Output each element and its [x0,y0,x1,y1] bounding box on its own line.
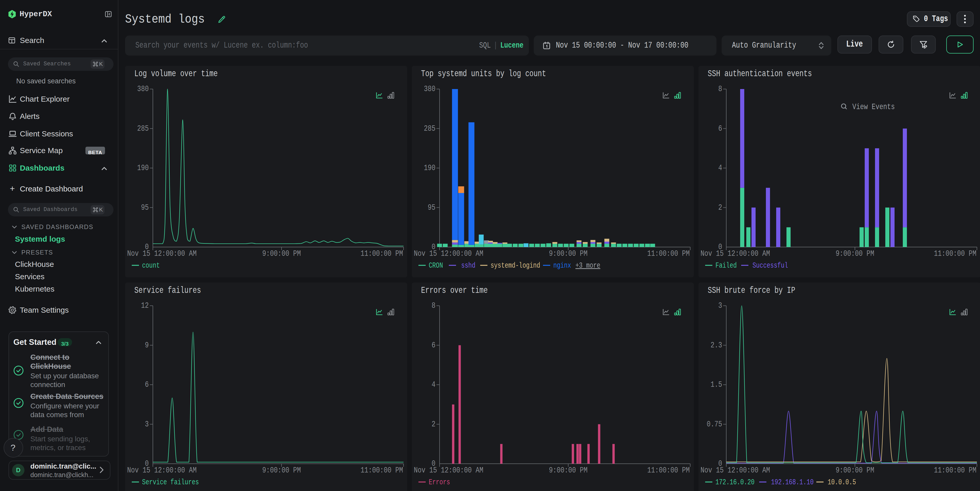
svg-text:11:00:00 PM: 11:00:00 PM [647,466,690,475]
svg-text:4: 4 [431,380,436,389]
svg-text:+3 more: +3 more [576,261,600,270]
svg-text:11:00:00 PM: 11:00:00 PM [361,466,403,475]
svg-text:192.168.1.10: 192.168.1.10 [771,478,814,486]
svg-text:Nov 15 12:00:00 AM: Nov 15 12:00:00 AM [414,249,483,258]
svg-text:285: 285 [424,124,436,133]
svg-text:9:00:00 PM: 9:00:00 PM [262,249,301,258]
svg-text:Errors: Errors [429,478,450,486]
svg-text:10.0.0.5: 10.0.0.5 [828,478,856,486]
svg-text:SSH brute force by IP: SSH brute force by IP [708,285,795,296]
svg-text:1.5: 1.5 [711,380,722,389]
svg-text:11:00:00 PM: 11:00:00 PM [934,466,977,475]
svg-text:9:00:00 PM: 9:00:00 PM [262,466,301,475]
svg-text:190: 190 [424,163,436,173]
svg-text:Log volume over time: Log volume over time [134,69,218,79]
svg-text:SSH authentication events: SSH authentication events [708,69,812,79]
svg-text:4: 4 [718,163,722,173]
svg-text:6: 6 [718,124,722,133]
svg-text:6: 6 [145,380,149,389]
svg-text:9: 9 [145,340,149,350]
svg-text:8: 8 [431,301,436,310]
svg-text:380: 380 [137,84,149,94]
svg-text:190: 190 [137,163,149,173]
svg-text:11:00:00 PM: 11:00:00 PM [361,249,403,258]
svg-text:Nov 15 12:00:00 AM: Nov 15 12:00:00 AM [414,466,483,475]
svg-text:Top systemd units by log count: Top systemd units by log count [421,69,546,79]
svg-text:11:00:00 PM: 11:00:00 PM [647,249,690,258]
svg-text:380: 380 [424,84,436,94]
svg-text:9:00:00 PM: 9:00:00 PM [835,466,874,475]
svg-text:9:00:00 PM: 9:00:00 PM [549,249,587,258]
svg-text:nginx: nginx [553,261,571,270]
svg-text:3: 3 [145,419,149,429]
svg-text:285: 285 [137,124,149,133]
svg-text:0.75: 0.75 [707,419,722,429]
svg-text:Service failures: Service failures [134,285,201,296]
svg-text:2: 2 [431,419,436,429]
svg-text:Successful: Successful [752,261,788,270]
svg-text:12: 12 [141,301,149,310]
svg-text:95: 95 [141,203,149,212]
svg-text:3: 3 [718,301,722,310]
svg-text:CRON: CRON [429,261,443,270]
svg-text:Nov 15 12:00:00 AM: Nov 15 12:00:00 AM [700,249,770,258]
svg-text:View Events: View Events [852,102,895,112]
svg-text:95: 95 [428,203,436,212]
svg-text:9:00:00 PM: 9:00:00 PM [549,466,587,475]
svg-text:Service failures: Service failures [142,478,199,486]
svg-text:Nov 15 12:00:00 AM: Nov 15 12:00:00 AM [127,466,197,475]
svg-text:Errors over time: Errors over time [421,285,488,296]
svg-text:6: 6 [431,340,436,350]
svg-text:Nov 15 12:00:00 AM: Nov 15 12:00:00 AM [127,249,197,258]
svg-text:2: 2 [718,203,722,212]
svg-text:2.3: 2.3 [711,340,722,350]
svg-text:Nov 15 12:00:00 AM: Nov 15 12:00:00 AM [700,466,770,475]
svg-text:172.16.0.20: 172.16.0.20 [716,478,754,486]
svg-text:8: 8 [718,84,722,94]
svg-text:Failed: Failed [716,261,737,270]
svg-text:sshd: sshd [461,261,475,270]
svg-text:systemd-logind: systemd-logind [490,261,540,270]
svg-text:9:00:00 PM: 9:00:00 PM [835,249,874,258]
svg-text:11:00:00 PM: 11:00:00 PM [934,249,977,258]
svg-text:count: count [142,261,160,270]
